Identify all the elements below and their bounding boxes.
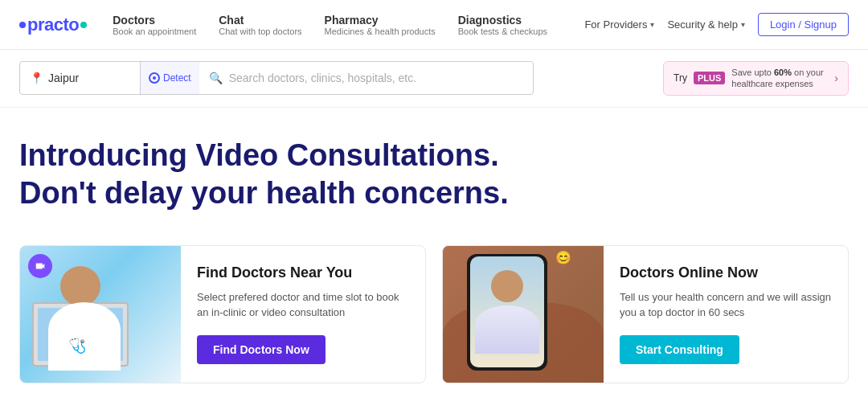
location-icon: 📍 [30, 72, 43, 84]
doctors-online-desc: Tell us your health concern and we will … [620, 289, 832, 321]
nav-diagnostics-title: Diagnostics [458, 14, 547, 27]
hero-line1: Introducing Video Consultations. [19, 137, 518, 175]
nav-doctors-subtitle: Book an appointment [113, 27, 196, 36]
nav-chat-title: Chat [219, 14, 301, 27]
plus-banner[interactable]: Try PLUS Save upto 60% on your healthcar… [663, 61, 849, 96]
phone-doctor-body [475, 305, 539, 354]
security-help-label: Security & help [667, 18, 737, 31]
security-help-chevron: ▾ [741, 20, 745, 29]
hero-title: Introducing Video Consultations. Don't d… [19, 137, 518, 213]
nav-item-diagnostics[interactable]: Diagnostics Book tests & checkups [458, 14, 547, 36]
detect-icon [149, 72, 160, 84]
for-providers-chevron: ▾ [650, 20, 654, 29]
online-doctor-illustration: 😊 [443, 246, 604, 383]
nav-diagnostics-subtitle: Book tests & checkups [458, 27, 547, 36]
nav-chat-subtitle: Chat with top doctors [219, 27, 301, 36]
find-doctors-now-button[interactable]: Find Doctors Now [197, 335, 326, 364]
search-bar: 📍 Jaipur Detect 🔍 [19, 61, 534, 95]
cards-section: 🩺 Find Doctors Near You Select prefered … [0, 229, 868, 400]
find-doctors-image: 🩺 [20, 246, 181, 383]
for-providers-menu[interactable]: For Providers ▾ [584, 18, 654, 31]
doctors-online-content: Doctors Online Now Tell us your health c… [604, 246, 848, 383]
for-providers-label: For Providers [584, 18, 647, 31]
nav-pharmacy-subtitle: Medicines & health products [325, 27, 436, 36]
phone-frame [467, 254, 547, 371]
video-camera-icon [35, 260, 46, 272]
find-doctors-card: 🩺 Find Doctors Near You Select prefered … [19, 245, 426, 383]
search-icon: 🔍 [209, 72, 223, 84]
nav-item-pharmacy[interactable]: Pharmacy Medicines & health products [325, 14, 436, 36]
try-label: Try [674, 72, 687, 84]
logo[interactable]: practo [19, 14, 87, 35]
main-nav: Doctors Book an appointment Chat Chat wi… [113, 14, 584, 36]
logo-dot-left [19, 22, 26, 28]
nav-doctors-title: Doctors [113, 14, 196, 27]
doctor-head [60, 266, 100, 306]
hero-line2: Don't delay your health concerns. [19, 174, 518, 213]
location-part: 📍 Jaipur [20, 62, 141, 94]
doctors-online-title: Doctors Online Now [620, 264, 832, 281]
clinic-doctor-illustration: 🩺 [20, 246, 181, 383]
header-right: For Providers ▾ Security & help ▾ Login … [584, 13, 849, 36]
find-doctors-title: Find Doctors Near You [197, 264, 409, 281]
search-input-area: 🔍 [199, 62, 533, 94]
plus-chevron-icon: › [834, 72, 838, 84]
nav-item-doctors[interactable]: Doctors Book an appointment [113, 14, 196, 36]
stethoscope-icon: 🩺 [68, 337, 86, 354]
detect-button[interactable]: Detect [141, 62, 199, 94]
search-section: 📍 Jaipur Detect 🔍 Try PLUS Save upto 60%… [0, 50, 868, 108]
video-icon-badge [28, 254, 52, 278]
login-signup-button[interactable]: Login / Signup [758, 13, 849, 36]
find-doctors-content: Find Doctors Near You Select prefered do… [181, 246, 425, 383]
hero-section: Introducing Video Consultations. Don't d… [0, 108, 868, 229]
security-help-menu[interactable]: Security & help ▾ [667, 18, 744, 31]
location-value: Jaipur [48, 72, 130, 84]
save-text: Save upto 60% on your healthcare expense… [731, 67, 828, 90]
phone-doctor-head [491, 270, 523, 302]
header: practo Doctors Book an appointment Chat … [0, 0, 868, 50]
plus-badge: PLUS [694, 72, 725, 84]
detect-icon-inner [153, 76, 156, 80]
search-input[interactable] [229, 72, 523, 84]
find-doctors-desc: Select prefered doctor and time slot to … [197, 289, 409, 321]
logo-dot-right [80, 22, 87, 28]
detect-label: Detect [163, 72, 191, 84]
phone-screen [470, 256, 544, 367]
nav-item-chat[interactable]: Chat Chat with top doctors [219, 14, 301, 36]
doctors-online-image: 😊 [443, 246, 604, 383]
start-consulting-button[interactable]: Start Consulting [620, 335, 739, 364]
doctors-online-card: 😊 Doctors Online Now Tell us your health… [442, 245, 849, 383]
logo-text: practo [27, 14, 79, 35]
nav-pharmacy-title: Pharmacy [325, 14, 436, 27]
